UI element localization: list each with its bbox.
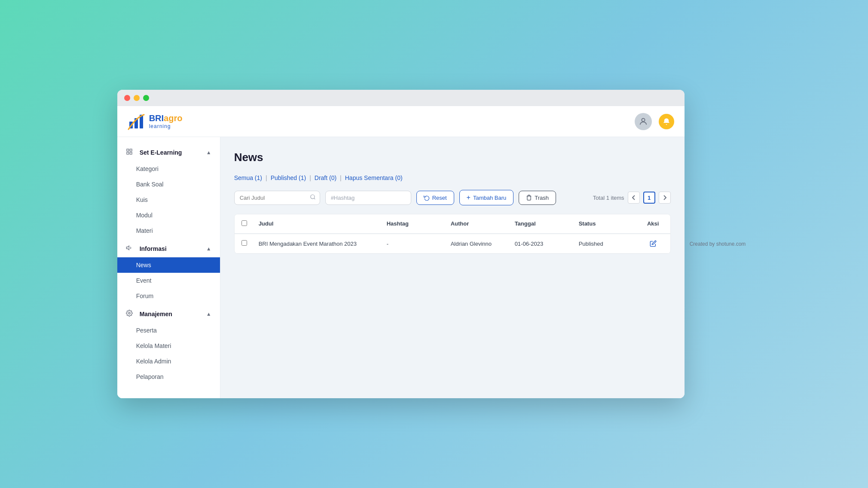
reset-icon bbox=[424, 195, 430, 201]
traffic-light-green[interactable] bbox=[143, 95, 149, 101]
filter-tab-hapus-sementara[interactable]: Hapus Sementara (0) bbox=[345, 174, 403, 181]
chevron-up-icon-3: ▲ bbox=[206, 311, 211, 317]
sidebar-item-kuis[interactable]: Kuis bbox=[117, 192, 220, 207]
chevron-up-icon-2: ▲ bbox=[206, 246, 211, 252]
manajemen-label: Manajemen bbox=[140, 311, 172, 317]
table-header: Judul Hashtag Author Tanggal Status Aksi bbox=[235, 214, 670, 234]
col-author: Author bbox=[444, 214, 508, 233]
sidebar-section-header-set-elearning[interactable]: Set E-Learning ▲ bbox=[117, 144, 220, 161]
next-page-button[interactable] bbox=[659, 192, 671, 204]
svg-line-11 bbox=[314, 198, 315, 199]
prev-page-button[interactable] bbox=[628, 192, 640, 204]
row-aksi[interactable] bbox=[636, 234, 670, 253]
sidebar-item-peserta[interactable]: Peserta bbox=[117, 323, 220, 338]
header-icons bbox=[635, 113, 674, 130]
set-elearning-label: Set E-Learning bbox=[140, 149, 182, 156]
current-page[interactable]: 1 bbox=[643, 192, 655, 204]
sidebar-section-header-informasi[interactable]: Informasi ▲ bbox=[117, 240, 220, 257]
row-tanggal: 01-06-2023 bbox=[508, 235, 572, 253]
app-header: BRI agro learning bbox=[117, 106, 685, 137]
informasi-icon bbox=[126, 244, 136, 253]
notification-bell[interactable] bbox=[659, 114, 674, 129]
footer: Created by shotune.com bbox=[685, 236, 751, 252]
sidebar-item-kelola-admin[interactable]: Kelola Admin bbox=[117, 354, 220, 369]
table-row: BRI Mengadakan Event Marathon 2023 - Ald… bbox=[235, 234, 670, 253]
main-content: News Semua (1) | Published (1) | Draft (… bbox=[220, 137, 685, 398]
trash-button[interactable]: Trash bbox=[519, 191, 556, 205]
logo-learning: learning bbox=[149, 123, 183, 129]
col-status: Status bbox=[572, 214, 636, 233]
filter-tab-published[interactable]: Published (1) bbox=[271, 174, 306, 181]
pagination-info: Total 1 items 1 bbox=[593, 192, 671, 204]
tambah-label: Tambah Baru bbox=[473, 195, 506, 201]
svg-rect-5 bbox=[130, 149, 132, 151]
chevron-up-icon: ▲ bbox=[206, 149, 211, 156]
filter-tab-semua[interactable]: Semua (1) bbox=[234, 174, 262, 181]
svg-rect-4 bbox=[127, 149, 129, 151]
tambah-baru-button[interactable]: + Tambah Baru bbox=[459, 190, 514, 205]
sidebar-section-set-elearning: Set E-Learning ▲ Kategori Bank Soal Kuis… bbox=[117, 144, 220, 238]
sidebar: Set E-Learning ▲ Kategori Bank Soal Kuis… bbox=[117, 137, 220, 398]
sidebar-item-bank-soal[interactable]: Bank Soal bbox=[117, 177, 220, 192]
sidebar-item-kategori[interactable]: Kategori bbox=[117, 161, 220, 177]
filter-sep-1: | bbox=[266, 174, 267, 181]
svg-point-3 bbox=[642, 118, 645, 121]
col-tanggal: Tanggal bbox=[508, 214, 572, 233]
row-checkbox[interactable] bbox=[235, 234, 252, 253]
sidebar-section-header-manajemen[interactable]: Manajemen ▲ bbox=[117, 305, 220, 323]
total-items-text: Total 1 items bbox=[593, 195, 624, 201]
search-icon[interactable] bbox=[310, 194, 316, 201]
filter-tab-draft[interactable]: Draft (0) bbox=[315, 174, 336, 181]
search-wrapper bbox=[234, 191, 320, 205]
user-avatar[interactable] bbox=[635, 113, 652, 130]
svg-point-10 bbox=[310, 195, 314, 198]
sidebar-item-materi[interactable]: Materi bbox=[117, 223, 220, 238]
news-table: Judul Hashtag Author Tanggal Status Aksi… bbox=[234, 214, 671, 254]
reset-button[interactable]: Reset bbox=[416, 191, 454, 205]
row-select-checkbox[interactable] bbox=[241, 240, 247, 246]
col-checkbox bbox=[235, 214, 252, 233]
sidebar-item-kelola-materi[interactable]: Kelola Materi bbox=[117, 338, 220, 354]
sidebar-section-informasi: Informasi ▲ News Event Forum bbox=[117, 240, 220, 304]
logo-bri: BRI bbox=[149, 113, 164, 123]
sidebar-item-modul[interactable]: Modul bbox=[117, 207, 220, 223]
row-status: Published bbox=[572, 235, 636, 253]
manajemen-items: Peserta Kelola Materi Kelola Admin Pelap… bbox=[117, 323, 220, 384]
svg-rect-7 bbox=[130, 152, 132, 154]
search-input[interactable] bbox=[234, 191, 320, 205]
sidebar-section-manajemen: Manajemen ▲ Peserta Kelola Materi Kelola… bbox=[117, 305, 220, 384]
col-aksi: Aksi bbox=[636, 214, 670, 233]
filter-sep-2: | bbox=[309, 174, 311, 181]
filter-tabs: Semua (1) | Published (1) | Draft (0) | … bbox=[234, 174, 671, 181]
sidebar-item-news[interactable]: News bbox=[117, 257, 220, 273]
logo-agro: agro bbox=[164, 113, 182, 123]
edit-button[interactable] bbox=[643, 240, 663, 247]
row-judul: BRI Mengadakan Event Marathon 2023 bbox=[252, 235, 380, 253]
toolbar: #Hashtag Reset + Tambah Baru bbox=[234, 190, 671, 205]
informasi-items: News Event Forum bbox=[117, 257, 220, 304]
col-judul: Judul bbox=[252, 214, 380, 233]
manajemen-icon bbox=[126, 310, 136, 318]
bri-logo-icon bbox=[128, 113, 145, 130]
page-title: News bbox=[234, 151, 671, 164]
plus-icon: + bbox=[467, 194, 471, 201]
svg-marker-8 bbox=[126, 246, 129, 250]
row-hashtag: - bbox=[380, 235, 444, 253]
browser-titlebar bbox=[117, 90, 685, 106]
trash-label: Trash bbox=[535, 195, 549, 201]
sidebar-item-forum[interactable]: Forum bbox=[117, 288, 220, 304]
hashtag-select[interactable]: #Hashtag bbox=[325, 191, 411, 205]
traffic-light-yellow[interactable] bbox=[134, 95, 140, 101]
footer-text: Created by shotune.com bbox=[690, 241, 746, 247]
select-all-checkbox[interactable] bbox=[241, 220, 247, 226]
logo: BRI agro learning bbox=[128, 113, 183, 130]
trash-icon bbox=[526, 195, 532, 201]
traffic-light-red[interactable] bbox=[124, 95, 130, 101]
reset-label: Reset bbox=[432, 195, 447, 201]
sidebar-item-event[interactable]: Event bbox=[117, 273, 220, 288]
informasi-label: Informasi bbox=[140, 245, 167, 252]
sidebar-item-pelaporan[interactable]: Pelaporan bbox=[117, 369, 220, 384]
set-elearning-icon bbox=[126, 148, 136, 157]
hashtag-select-wrapper: #Hashtag bbox=[325, 191, 411, 205]
svg-point-9 bbox=[128, 312, 130, 314]
